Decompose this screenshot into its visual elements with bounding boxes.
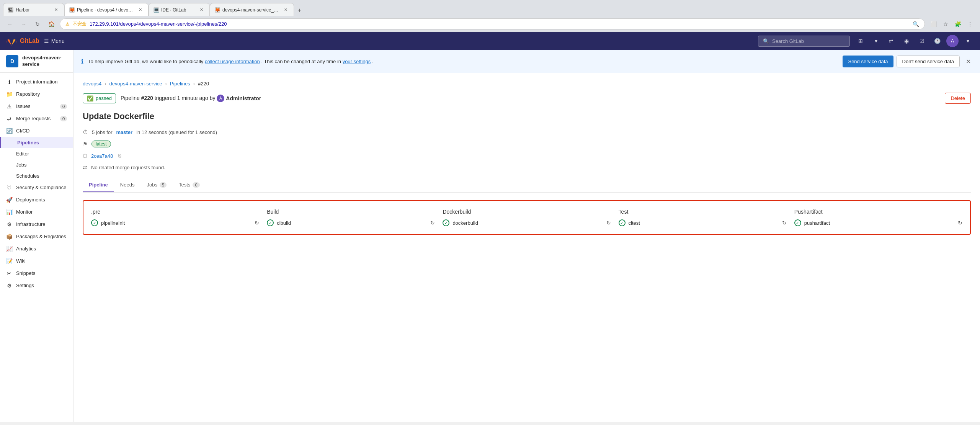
tab-ci-close[interactable]: ✕ (283, 7, 289, 13)
cicd-icon: 🔄 (6, 128, 12, 134)
tab-needs[interactable]: Needs (114, 178, 141, 192)
your-settings-link[interactable]: your settings (343, 59, 371, 64)
merge-request-meta-icon: ⇄ (83, 164, 87, 170)
meta-duration-row: ⏱ 5 jobs for master in 12 seconds (queue… (83, 129, 971, 135)
sidebar-item-jobs[interactable]: Jobs (0, 159, 73, 170)
sidebar-item-wiki[interactable]: 📝 Wiki (0, 255, 73, 267)
sidebar-item-packages-label: Packages & Registries (16, 234, 66, 239)
breadcrumb-devops4[interactable]: devops4 (83, 81, 101, 87)
stage-dockerbuild: Dockerbuild ✓ dockerbuild ↻ (443, 209, 611, 226)
tab-pipeline-close[interactable]: ✕ (137, 7, 144, 13)
bookmark-icon[interactable]: ☆ (940, 19, 951, 29)
tab-ide[interactable]: 💻 IDE · GitLab ✕ (149, 3, 210, 16)
tab-harbor-close[interactable]: ✕ (53, 7, 59, 13)
banner-text-after: . This can be changed at any time in (261, 59, 341, 64)
menu-button[interactable]: ☰ Menu (44, 38, 65, 44)
sidebar-item-schedules[interactable]: Schedules (0, 170, 73, 181)
passed-icon: ✅ (87, 95, 93, 101)
sidebar-item-issues[interactable]: ⚠ Issues 0 (0, 100, 73, 113)
flag-icon: ⚑ (83, 141, 88, 147)
sidebar-item-pipelines[interactable]: Pipelines (0, 137, 73, 148)
dockerbuild-retry-icon[interactable]: ↻ (606, 220, 611, 226)
sidebar-item-deployments[interactable]: 🚀 Deployments (0, 194, 73, 206)
home-button[interactable]: 🏠 (46, 19, 57, 29)
tab-ide-title: IDE · GitLab (161, 7, 196, 13)
sidebar-item-repository[interactable]: 📁 Repository (0, 88, 73, 100)
collect-usage-link[interactable]: collect usage information (205, 59, 260, 64)
content-area: devops4 › devops4-maven-service › Pipeli… (74, 73, 980, 242)
project-avatar: D (6, 55, 18, 67)
pipeline-title: Update Dockerfile (83, 111, 971, 121)
pushartifact-retry-icon[interactable]: ↻ (958, 220, 962, 226)
sidebar-item-settings[interactable]: ⚙ Settings (0, 280, 73, 292)
send-service-data-button[interactable]: Send service data (843, 56, 893, 67)
forward-button[interactable]: → (18, 19, 29, 29)
sidebar-item-monitor[interactable]: 📊 Monitor (0, 206, 73, 218)
sidebar-item-merge-requests[interactable]: ⇄ Merge requests 0 (0, 113, 73, 125)
issues-nav-icon[interactable]: ◉ (900, 35, 913, 47)
stage-dockerbuild-job: ✓ dockerbuild ↻ (443, 219, 611, 226)
home-nav-icon[interactable]: ⊞ (854, 35, 867, 47)
tab-tests[interactable]: Tests 0 (173, 178, 206, 192)
banner-close-button[interactable]: ✕ (964, 56, 972, 67)
clock-icon[interactable]: 🕐 (931, 35, 943, 47)
search-placeholder: Search GitLab (772, 38, 804, 44)
sidebar-item-project-info[interactable]: ℹ Project information (0, 76, 73, 88)
tab-tests-count: 0 (193, 182, 199, 188)
sidebar-item-infrastructure[interactable]: ⚙ Infrastructure (0, 218, 73, 230)
search-bar[interactable]: 🔍 Search GitLab (758, 36, 850, 47)
citest-retry-icon[interactable]: ↻ (782, 220, 787, 226)
sidebar-item-cicd[interactable]: 🔄 CI/CD (0, 125, 73, 137)
sidebar-item-cicd-label: CI/CD (16, 128, 29, 134)
dockerbuild-status-icon: ✓ (443, 219, 449, 226)
pipeline-favicon: 🦊 (69, 7, 75, 13)
banner-text: To help improve GitLab, we would like to… (88, 59, 838, 64)
commit-hash-link[interactable]: 2cea7a48 (91, 153, 113, 159)
pipelineinit-retry-icon[interactable]: ↻ (255, 220, 259, 226)
sidebar-item-snippets-label: Snippets (16, 270, 36, 276)
sidebar-item-security[interactable]: 🛡 Security & Compliance (0, 181, 73, 194)
dropdown-icon[interactable]: ▾ (870, 35, 882, 47)
sidebar-item-analytics[interactable]: 📈 Analytics (0, 243, 73, 255)
breadcrumb-pipelines[interactable]: Pipelines (170, 81, 190, 87)
extension-puzzle-icon[interactable]: 🧩 (952, 19, 963, 29)
tab-jobs[interactable]: Jobs 5 (140, 178, 173, 192)
avatar-dropdown-icon[interactable]: ▾ (962, 35, 974, 47)
stage-build: Build ✓ cibuild ↻ (267, 209, 435, 226)
todo-icon[interactable]: ☑ (916, 35, 928, 47)
cibuild-status-icon: ✓ (267, 219, 274, 226)
tab-harbor[interactable]: 🏗 Harbor ✕ (3, 3, 64, 16)
meta-commit-row: ⬡ 2cea7a48 ⎘ (83, 153, 971, 159)
ci-favicon: 🦊 (215, 7, 220, 13)
tab-ide-close[interactable]: ✕ (198, 7, 205, 13)
sidebar-jobs-label: Jobs (16, 162, 26, 168)
sidebar-item-packages[interactable]: 📦 Packages & Registries (0, 230, 73, 243)
tab-ci[interactable]: 🦊 devops4-maven-service_CI 2c... ✕ (210, 3, 294, 16)
tab-pipeline[interactable]: Pipeline (83, 178, 114, 192)
browser-menu-icon[interactable]: ⋮ (965, 19, 975, 29)
merge-request-icon[interactable]: ⇄ (885, 35, 897, 47)
cibuild-retry-icon[interactable]: ↻ (430, 220, 435, 226)
sidebar-item-snippets[interactable]: ✂ Snippets (0, 267, 73, 280)
branch-link[interactable]: master (116, 129, 132, 135)
user-avatar[interactable]: A (946, 35, 959, 47)
sidebar-item-editor[interactable]: Editor (0, 148, 73, 159)
stages-container: .pre ✓ pipelineInit ↻ Build ✓ cibu (83, 200, 971, 235)
harbor-favicon: 🏗 (8, 7, 13, 13)
extensions-icon[interactable]: ⬜ (928, 19, 939, 29)
tab-pipeline[interactable]: 🦊 Pipeline · devops4 / devops4 · ✕ (64, 3, 149, 16)
breadcrumb-service[interactable]: devops4-maven-service (109, 81, 162, 87)
reload-button[interactable]: ↻ (32, 19, 43, 29)
gitlab-logo[interactable]: GitLab (6, 36, 39, 46)
analytics-icon: 📈 (6, 246, 12, 252)
back-button[interactable]: ← (5, 19, 15, 29)
no-send-service-data-button[interactable]: Don't send service data (897, 56, 960, 67)
stage-pre-job-pipelineinit: ✓ pipelineInit ↻ (91, 219, 259, 226)
delete-pipeline-button[interactable]: Delete (945, 93, 971, 104)
banner-text-end: . (372, 59, 374, 64)
security-icon: 🛡 (6, 185, 12, 191)
copy-commit-icon[interactable]: ⎘ (118, 153, 121, 159)
packages-icon: 📦 (6, 234, 12, 240)
new-tab-button[interactable]: + (294, 5, 305, 16)
address-bar[interactable]: ⚠ 不安全 172.29.9.101/devops4/devops4-maven… (60, 18, 925, 29)
